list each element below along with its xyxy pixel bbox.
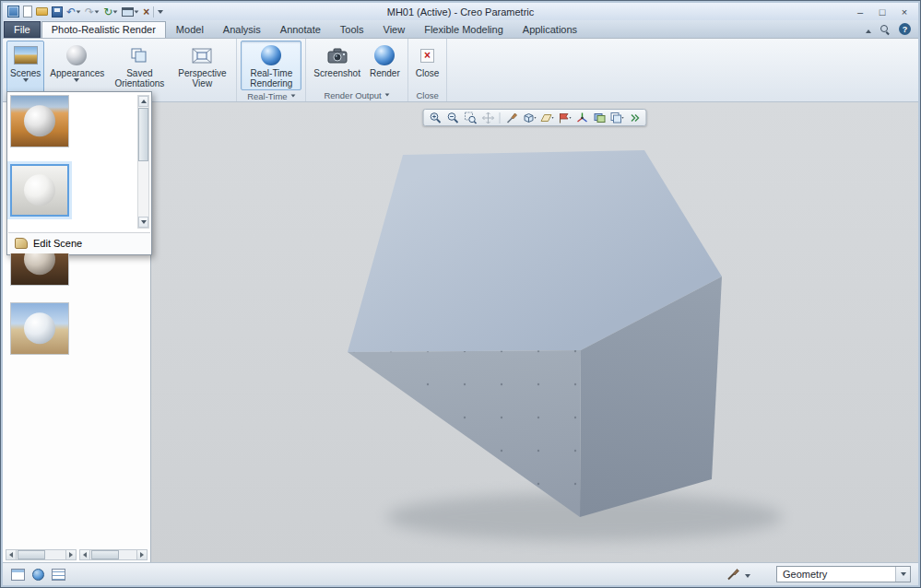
- scenes-icon: [14, 46, 38, 65]
- redo-icon[interactable]: ↷: [85, 6, 100, 18]
- tab-applications[interactable]: Applications: [514, 21, 586, 38]
- navigator-hscrollbar-2[interactable]: [79, 549, 148, 560]
- toolbar-separator: [500, 112, 501, 123]
- group-label-render-output[interactable]: Render Output: [306, 88, 407, 101]
- scene-thumbnail-outdoor-road[interactable]: [10, 302, 69, 355]
- close-window-doc-icon[interactable]: ×: [143, 6, 149, 18]
- scene-thumbnail-grid: [10, 95, 136, 355]
- pan-icon[interactable]: [480, 111, 496, 124]
- scene-thumbnail-warm-studio[interactable]: [10, 95, 69, 147]
- perspective-view-icon: [192, 48, 212, 64]
- tab-file[interactable]: File: [4, 21, 41, 38]
- tab-model[interactable]: Model: [167, 21, 213, 38]
- datum-display-icon[interactable]: [539, 111, 555, 124]
- display-style-icon[interactable]: [522, 111, 537, 124]
- refit-icon[interactable]: [463, 111, 478, 124]
- window-controls: – □ ×: [854, 6, 918, 18]
- perspective-view-label: Perspective View: [175, 68, 229, 88]
- model-tree-toggle-icon[interactable]: [51, 568, 66, 582]
- save-icon[interactable]: [52, 6, 63, 18]
- graphics-toolbar: [423, 109, 647, 126]
- tab-flexible-modeling[interactable]: Flexible Modeling: [415, 21, 513, 38]
- active-window-icon[interactable]: [122, 6, 139, 18]
- realtime-rendering-button[interactable]: Real-Time Rendering: [241, 41, 301, 90]
- screenshot-camera-icon: [327, 48, 348, 64]
- maximize-button[interactable]: □: [876, 6, 889, 18]
- render-label: Render: [370, 68, 400, 78]
- new-file-icon[interactable]: [23, 6, 32, 18]
- selection-filter-select[interactable]: Geometry: [776, 566, 911, 582]
- tab-photo-realistic-render[interactable]: Photo-Realistic Render: [41, 21, 166, 38]
- ribbon-tab-row: File Photo-Realistic Render Model Analys…: [3, 20, 918, 38]
- tab-annotate[interactable]: Annotate: [271, 21, 330, 38]
- scenes-dropdown-arrow: [23, 78, 29, 82]
- saved-views-icon[interactable]: [609, 111, 625, 124]
- help-icon[interactable]: ?: [899, 23, 911, 35]
- selection-filter-value: Geometry: [777, 569, 895, 580]
- ribbon-group-close: × Close Close: [408, 39, 448, 101]
- scenes-dropdown-panel: Edit Scene: [6, 91, 152, 255]
- close-render-button[interactable]: × Close: [412, 41, 443, 88]
- appearances-dropdown-arrow: [74, 78, 79, 82]
- realtime-rendering-icon: [261, 45, 281, 65]
- tab-analysis[interactable]: Analysis: [214, 21, 270, 38]
- realtime-rendering-label: Real-Time Rendering: [244, 68, 298, 88]
- scroll-up-arrow[interactable]: [138, 96, 148, 107]
- screenshot-label: Screenshot: [313, 68, 360, 78]
- close-render-label: Close: [416, 68, 440, 78]
- scroll-down-arrow[interactable]: [138, 217, 148, 228]
- appearance-gallery-icon[interactable]: [592, 111, 608, 124]
- model-viewport: [151, 102, 918, 564]
- appearances-icon: [66, 45, 87, 65]
- paintbrush-icon[interactable]: [726, 568, 741, 582]
- ribbon-collapse-icon[interactable]: [866, 24, 871, 35]
- status-bar: Geometry: [3, 562, 918, 585]
- edit-scene-icon: [15, 238, 28, 249]
- group-label-close: Close: [408, 88, 447, 101]
- browser-toggle-icon[interactable]: [30, 568, 46, 582]
- scenes-label: Scenes: [10, 68, 41, 78]
- spin-center-icon[interactable]: [574, 111, 590, 124]
- repaint-icon[interactable]: [504, 111, 520, 124]
- view-options-icon[interactable]: [627, 111, 643, 124]
- open-file-icon[interactable]: [36, 6, 48, 18]
- edit-scene-item[interactable]: Edit Scene: [8, 232, 150, 253]
- navigator-hscrollbar-1[interactable]: [6, 549, 77, 560]
- scenes-panel-scrollbar[interactable]: [137, 95, 149, 229]
- qat-separator: [153, 6, 154, 18]
- group-label-realtime[interactable]: Real-Time: [237, 90, 305, 101]
- graphics-area[interactable]: [151, 102, 918, 564]
- paintbrush-dropdown-arrow[interactable]: [745, 569, 750, 580]
- creo-window: ↶ ↷ ↻ × MH01 (Active) - Creo Parametric …: [0, 0, 921, 588]
- ribbon-group-realtime: Real-Time Rendering Real-Time: [237, 39, 306, 101]
- undo-icon[interactable]: ↶: [66, 6, 81, 18]
- navigator-toggle-icon[interactable]: [10, 568, 26, 582]
- edit-scene-label: Edit Scene: [33, 238, 82, 249]
- saved-orientations-icon: [130, 47, 148, 64]
- quick-access-toolbar: ↶ ↷ ↻ ×: [3, 6, 163, 18]
- render-icon: [374, 45, 395, 65]
- close-render-icon: ×: [420, 49, 434, 63]
- qat-customize-icon[interactable]: [158, 6, 163, 18]
- cube-front-face-dots: [348, 350, 581, 517]
- perspective-view-button[interactable]: Perspective View: [171, 41, 232, 100]
- appearances-label: Appearances: [50, 68, 103, 78]
- tab-tools[interactable]: Tools: [331, 21, 373, 38]
- screenshot-button[interactable]: Screenshot: [310, 41, 364, 88]
- zoom-out-icon[interactable]: [445, 111, 461, 124]
- saved-orientations-label: Saved Orientations: [114, 68, 164, 88]
- tab-view[interactable]: View: [374, 21, 415, 38]
- app-menu-icon[interactable]: [7, 6, 19, 18]
- zoom-in-icon[interactable]: [428, 111, 443, 124]
- search-icon[interactable]: [880, 24, 891, 35]
- selection-filter-dropdown-button[interactable]: [895, 567, 910, 582]
- minimize-button[interactable]: –: [854, 6, 867, 18]
- scene-thumbnail-default-light[interactable]: [10, 164, 69, 217]
- titlebar: ↶ ↷ ↻ × MH01 (Active) - Creo Parametric …: [3, 3, 918, 20]
- regenerate-icon[interactable]: ↻: [103, 6, 118, 18]
- close-button[interactable]: ×: [898, 6, 911, 18]
- ribbon-group-render-output: Screenshot Render Render Output: [306, 39, 407, 101]
- render-button[interactable]: Render: [366, 41, 404, 88]
- annotation-display-icon[interactable]: [557, 111, 573, 124]
- scrollbar-thumb[interactable]: [138, 108, 148, 161]
